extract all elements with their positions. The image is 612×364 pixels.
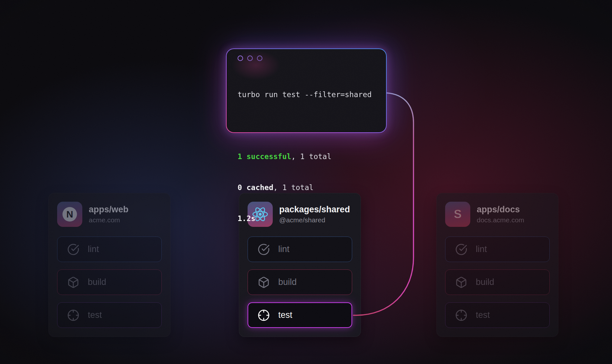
package-icon-tile: N bbox=[57, 202, 82, 227]
duration: 1.2s bbox=[238, 214, 255, 223]
package-header: N apps/web acme.com bbox=[57, 202, 162, 227]
command-text: turbo run test --filter=shared bbox=[238, 90, 372, 99]
package-subtitle: acme.com bbox=[89, 216, 128, 224]
cube-icon bbox=[258, 276, 270, 288]
task-button-test-active[interactable]: test bbox=[248, 302, 352, 328]
nextjs-letter: N bbox=[66, 209, 73, 219]
task-list: lint build test bbox=[445, 237, 550, 328]
package-icon-tile: S bbox=[445, 202, 470, 227]
package-card-apps-docs: S apps/docs docs.acme.com lint build te bbox=[436, 193, 558, 337]
task-button-lint[interactable]: lint bbox=[445, 237, 550, 262]
window-dot-icon bbox=[238, 56, 243, 61]
check-circle-icon bbox=[258, 243, 270, 256]
task-label: lint bbox=[278, 244, 290, 254]
task-button-build[interactable]: build bbox=[248, 269, 352, 295]
package-header: S apps/docs docs.acme.com bbox=[445, 202, 550, 227]
package-header-text: apps/web acme.com bbox=[89, 204, 128, 224]
terminal-cached-line: 0 cached, 1 total bbox=[238, 182, 375, 193]
window-dot-icon bbox=[247, 56, 253, 61]
task-button-test[interactable]: test bbox=[445, 302, 550, 328]
task-label: build bbox=[476, 277, 494, 287]
task-label: test bbox=[476, 310, 490, 320]
task-label: lint bbox=[88, 244, 99, 254]
task-label: lint bbox=[476, 244, 487, 254]
terminal-body: turbo run test --filter=shared 1 success… bbox=[227, 49, 386, 132]
window-controls bbox=[238, 55, 375, 61]
crosshair-icon bbox=[455, 309, 467, 321]
package-card-apps-web: N apps/web acme.com lint build test bbox=[48, 193, 170, 337]
crosshair-icon bbox=[67, 309, 79, 321]
nextjs-logo-icon: N bbox=[61, 206, 78, 223]
terminal-success-line: 1 successful, 1 total bbox=[238, 151, 375, 162]
task-button-build[interactable]: build bbox=[57, 269, 162, 295]
terminal-window: turbo run test --filter=shared 1 success… bbox=[226, 48, 387, 133]
window-controls-glow bbox=[232, 50, 280, 80]
task-list: lint build test bbox=[248, 237, 352, 328]
window-dot-icon bbox=[257, 56, 262, 61]
task-button-test[interactable]: test bbox=[57, 302, 162, 328]
check-circle-icon bbox=[67, 243, 79, 256]
svelte-logo-icon: S bbox=[449, 206, 466, 223]
check-circle-icon bbox=[455, 243, 467, 256]
task-list: lint build test bbox=[57, 237, 162, 328]
svelte-letter: S bbox=[454, 207, 462, 221]
terminal-duration-line: 1.2s bbox=[238, 213, 375, 224]
cached-total: , 1 total bbox=[273, 183, 314, 192]
package-header-text: apps/docs docs.acme.com bbox=[477, 204, 524, 224]
package-title: apps/web bbox=[89, 204, 128, 215]
task-label: test bbox=[88, 310, 102, 320]
task-label: build bbox=[88, 277, 106, 287]
cached-count: 0 cached bbox=[238, 183, 273, 192]
task-button-lint[interactable]: lint bbox=[57, 237, 162, 262]
package-title: apps/docs bbox=[477, 204, 524, 215]
task-label: build bbox=[278, 277, 297, 287]
task-button-build[interactable]: build bbox=[445, 269, 550, 295]
cube-icon bbox=[67, 276, 79, 288]
cube-icon bbox=[455, 276, 467, 288]
success-total: , 1 total bbox=[291, 152, 332, 161]
task-label: test bbox=[278, 310, 292, 320]
terminal-command: turbo run test --filter=shared bbox=[238, 89, 375, 100]
package-subtitle: docs.acme.com bbox=[477, 216, 524, 224]
terminal-blank-line bbox=[238, 120, 375, 131]
success-count: 1 successful bbox=[238, 152, 291, 161]
crosshair-icon bbox=[258, 309, 270, 321]
